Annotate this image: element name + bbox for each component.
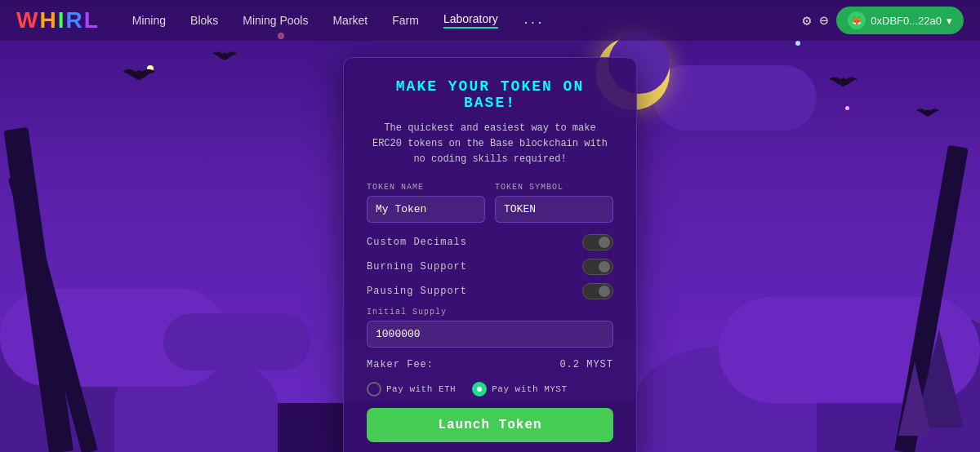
initial-supply-label: Initial Supply (367, 308, 613, 317)
initial-supply-group: Initial Supply (367, 308, 613, 348)
star-4 (845, 106, 849, 110)
star-3 (795, 41, 800, 46)
nav-farm[interactable]: Farm (392, 14, 419, 27)
nav-links: Mining Bloks Mining Pools Market Farm La… (132, 12, 803, 29)
pausing-support-toggle[interactable] (582, 283, 613, 299)
nav-mining-pools[interactable]: Mining Pools (243, 14, 308, 27)
token-name-group: TOKEN NAME (367, 183, 485, 223)
logo-i: I (58, 7, 66, 33)
nav-bloks[interactable]: Bloks (190, 14, 218, 27)
launch-token-button[interactable]: Launch Token (367, 408, 613, 442)
bat-4 (916, 106, 939, 117)
wallet-button[interactable]: 🦊 0xDBF0...22a0 ▾ (836, 7, 964, 34)
card-title: MAKE YOUR TOKEN ON BASE! (367, 78, 613, 111)
token-name-label: TOKEN NAME (367, 183, 485, 192)
token-creation-card: MAKE YOUR TOKEN ON BASE! The quickest an… (343, 57, 637, 452)
logo-h: H (39, 7, 57, 33)
token-symbol-group: TOKEN SYMBOL (495, 183, 613, 223)
custom-decimals-row: Custom Decimals (367, 234, 613, 250)
pay-myst-option[interactable]: Pay with MYST (472, 382, 567, 397)
pay-eth-radio[interactable] (367, 382, 381, 397)
burning-support-row: Burning Support (367, 259, 613, 275)
settings-icon[interactable]: ⚙ (803, 11, 812, 29)
wallet-address: 0xDBF0...22a0 (871, 15, 942, 27)
nav-more[interactable]: ... (523, 14, 543, 27)
bat-3 (829, 73, 858, 88)
pausing-support-label: Pausing Support (367, 286, 467, 297)
nav-mining[interactable]: Mining (132, 14, 166, 27)
name-symbol-row: TOKEN NAME TOKEN SYMBOL (367, 183, 613, 223)
pay-eth-label: Pay with ETH (386, 384, 456, 394)
pay-myst-label: Pay with MYST (492, 384, 567, 394)
nav-laboratory[interactable]: Laboratory (443, 12, 498, 29)
cloud-top-right (653, 65, 817, 131)
wallet-icon: 🦊 (848, 11, 866, 29)
card-description: The quickest and easiest way to make ERC… (367, 121, 613, 168)
burning-support-label: Burning Support (367, 261, 467, 273)
initial-supply-input[interactable] (367, 321, 613, 348)
token-symbol-label: TOKEN SYMBOL (495, 183, 613, 192)
pay-eth-option[interactable]: Pay with ETH (367, 382, 456, 397)
pausing-support-row: Pausing Support (367, 283, 613, 299)
burning-support-toggle[interactable] (582, 259, 613, 275)
maker-fee-row: Maker Fee: 0.2 MYST (367, 359, 613, 370)
chevron-down-icon: ▾ (947, 15, 952, 27)
logo[interactable]: WHIRL (16, 7, 100, 33)
payment-options-row: Pay with ETH Pay with MYST (367, 382, 613, 397)
token-symbol-input[interactable] (495, 196, 613, 223)
token-name-input[interactable] (367, 196, 485, 223)
minus-icon[interactable]: ⊖ (819, 11, 828, 29)
logo-r: R (65, 7, 83, 33)
navbar: WHIRL Mining Bloks Mining Pools Market F… (0, 0, 980, 41)
custom-decimals-label: Custom Decimals (367, 237, 467, 248)
logo-l: L (84, 7, 100, 33)
maker-fee-label: Maker Fee: (367, 359, 434, 370)
leaf-right-2 (898, 362, 931, 436)
logo-w: W (16, 7, 39, 33)
nav-market[interactable]: Market (332, 14, 368, 27)
custom-decimals-toggle[interactable] (582, 234, 613, 250)
bat-2 (212, 49, 237, 61)
bat-1 (122, 65, 155, 82)
pay-myst-radio[interactable] (472, 382, 487, 397)
cloud-mid-left (163, 313, 310, 370)
nav-actions: ⚙ ⊖ 🦊 0xDBF0...22a0 ▾ (803, 7, 964, 34)
maker-fee-value: 0.2 MYST (559, 359, 613, 370)
